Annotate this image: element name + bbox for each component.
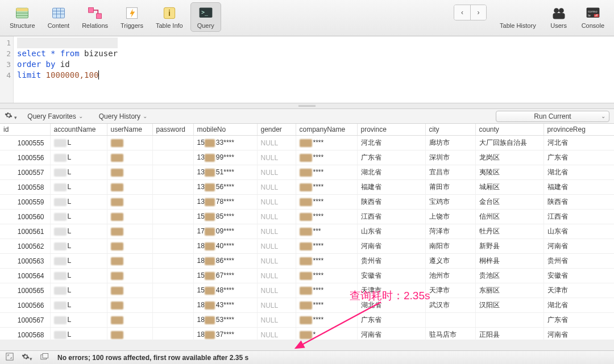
cell-id: 1000563 [0,254,50,269]
cell-province: 河北省 [357,136,425,150]
tab-structure[interactable]: Structure [5,2,40,32]
cell-userName [107,283,152,298]
column-header[interactable]: county [475,124,544,136]
table-history-nav[interactable]: ‹ › [454,5,487,20]
cell-companyName: **** [296,165,357,180]
cell-companyName: **** [296,313,357,328]
cell-city: 南阳市 [425,239,475,254]
cell-mobileNo: 1548**** [193,283,257,298]
table-row[interactable]: 1000564L1567****NULL****安徽省池州市贵池区安徽省 [0,269,614,283]
cell-password [152,298,193,313]
cell-mobileNo: 1886**** [193,254,257,269]
cell-province: 河南省 [357,328,425,340]
cell-companyName: **** [296,210,357,224]
svg-text:i: i [168,9,171,18]
cell-city: 宝鸡市 [425,195,475,210]
sql-editor[interactable]: 1234 select * from bizuserorder by idlim… [0,36,614,103]
table-row[interactable]: 1000557L1351****NULL****湖北省宜昌市夷陵区湖北省 [0,165,614,180]
table-row[interactable]: 1000562L1840****NULL****河南省南阳市新野县河南省 [0,239,614,254]
column-header[interactable]: mobileNo [193,124,257,136]
toolbar-label: Table History [500,22,536,29]
table-row[interactable]: 1000565L1548****NULL****天津市天津市东丽区天津市 [0,283,614,298]
history-back-icon[interactable]: ‹ [454,5,470,20]
cell-companyName: **** [296,283,357,298]
query-history-dropdown[interactable]: Query History ⌄ [99,112,147,120]
tab-tableinfo[interactable]: iTable Info [151,2,188,32]
cell-province: 广东省 [357,150,425,165]
expand-icon[interactable] [6,353,14,362]
column-header[interactable]: province [357,124,425,136]
tab-relations[interactable]: Relations [77,2,113,32]
table-row[interactable]: 1000560L1585****NULL****江西省上饶市信州区江西省 [0,210,614,224]
table-row[interactable]: 1000556L1399****NULL****广东省深圳市龙岗区广东省 [0,150,614,165]
cell-provinceReg: 河南省 [544,239,614,254]
column-header-row[interactable]: idaccountNameuserNamepasswordmobileNogen… [0,124,614,136]
cell-provinceReg: 江西省 [544,210,614,224]
cell-accountName: L [50,298,107,313]
gear-icon[interactable]: ▾ [5,111,17,121]
column-header[interactable]: companyName [296,124,357,136]
cell-password [152,313,193,328]
cell-id: 1000556 [0,150,50,165]
splitter[interactable] [0,103,614,109]
table-row[interactable]: 1000566L1843****NULL****湖北省武汉市汉阳区湖北省 [0,298,614,313]
cell-county: 夷陵区 [475,165,544,180]
column-header[interactable]: gender [257,124,296,136]
cell-city: 武汉市 [425,298,475,313]
table-row[interactable]: 1000561L1709****NULL***山东省菏泽市牡丹区山东省 [0,224,614,239]
run-button[interactable]: Run Current ⌄ [496,111,609,122]
cell-city: 深圳市 [425,150,475,165]
tab-content[interactable]: Content [43,2,75,32]
column-header[interactable]: id [0,124,50,136]
cell-provinceReg: 河北省 [544,136,614,150]
svg-rect-25 [6,353,13,360]
query-history-label: Query History [99,112,140,120]
column-header[interactable]: provinceReg [544,124,614,136]
cell-city: 莆田市 [425,180,475,195]
column-header[interactable]: password [152,124,193,136]
column-header[interactable]: userName [107,124,152,136]
cell-provinceReg: 山东省 [544,224,614,239]
toolbar-label: Users [550,22,567,29]
table-row[interactable]: 1000555L1533****NULL****河北省廊坊市大厂回族自治县河北省 [0,136,614,150]
cell-gender: NULL [257,195,296,210]
cell-provinceReg: 广东省 [544,150,614,165]
editor-code[interactable]: select * from bizuserorder by idlimit 10… [14,36,121,103]
cell-companyName: *** [296,224,357,239]
cell-accountName: L [50,165,107,180]
cell-city: 天津市 [425,283,475,298]
toolbar-users[interactable]: Users [544,2,574,32]
cell-companyName: **** [296,269,357,283]
toolbar-label: Console [582,22,604,29]
cell-userName [107,224,152,239]
toolbar-console[interactable]: consoleoffConsole [576,2,609,32]
table-row[interactable]: 1000558L1356****NULL****福建省莆田市城厢区福建省 [0,180,614,195]
column-header[interactable]: accountName [50,124,107,136]
cell-password [152,195,193,210]
tab-query[interactable]: >_Query [190,2,221,32]
column-header[interactable]: city [425,124,475,136]
cell-county: 贵池区 [475,269,544,283]
cell-gender: NULL [257,313,296,328]
table-row[interactable]: 1000559L1378****NULL****陕西省宝鸡市金台区陕西省 [0,195,614,210]
layers-icon[interactable] [40,353,49,362]
table-row[interactable]: 1000567L1853****NULL****广东省广东省 [0,313,614,328]
history-fwd-icon[interactable]: › [470,5,486,20]
results-grid[interactable]: idaccountNameuserNamepasswordmobileNogen… [0,124,614,340]
table-row[interactable]: 1000563L1886****NULL****贵州省遵义市桐梓县贵州省 [0,254,614,269]
cell-gender: NULL [257,269,296,283]
gear-icon[interactable]: ▾ [22,353,32,362]
cell-county: 东丽区 [475,283,544,298]
cell-mobileNo: 1840**** [193,239,257,254]
toolbar-history[interactable]: Table History [495,2,541,32]
cell-mobileNo: 1356**** [193,180,257,195]
cell-id: 1000564 [0,269,50,283]
table-row[interactable]: 1000568L1837****NULL*河南省驻马店市正阳县河南省 [0,328,614,340]
cell-userName [107,254,152,269]
svg-rect-9 [89,7,94,12]
query-favorites-dropdown[interactable]: Query Favorites ⌄ [27,112,82,120]
cell-provinceReg: 河南省 [544,328,614,340]
cell-userName [107,195,152,210]
tab-triggers[interactable]: Triggers [115,2,148,32]
relations-icon [87,5,103,21]
